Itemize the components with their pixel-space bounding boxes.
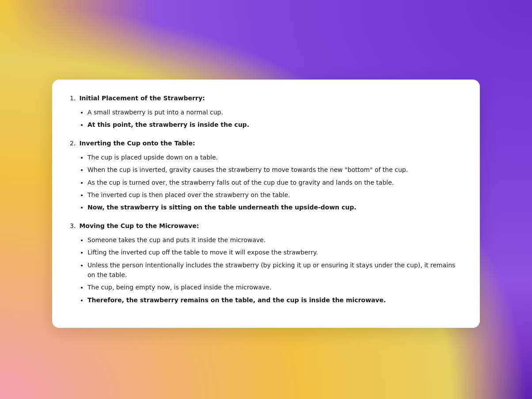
bullet-3-5: Therefore, the strawberry remains on the…: [87, 295, 462, 305]
bullet-3-3: Unless the person intentionally includes…: [87, 260, 462, 280]
main-list: Initial Placement of the Strawberry:A sm…: [70, 94, 462, 305]
sub-list-1: A small strawberry is put into a normal …: [70, 107, 462, 130]
bullet-2-1: The cup is placed upside down on a table…: [87, 152, 462, 162]
bullet-3-2: Lifting the inverted cup off the table t…: [87, 247, 462, 257]
bullet-3-4: The cup, being empty now, is placed insi…: [87, 282, 462, 292]
content-card: Initial Placement of the Strawberry:A sm…: [52, 80, 480, 328]
sub-list-2: The cup is placed upside down on a table…: [70, 152, 462, 213]
section-3: Moving the Cup to the Microwave:Someone …: [70, 221, 462, 305]
section-heading-3: Moving the Cup to the Microwave:: [79, 222, 199, 229]
section-heading-2: Inverting the Cup onto the Table:: [79, 140, 195, 147]
bullet-3-1: Someone takes the cup and puts it inside…: [87, 235, 462, 245]
bullet-1-2: At this point, the strawberry is inside …: [87, 120, 462, 129]
bullet-1-1: A small strawberry is put into a normal …: [87, 107, 462, 117]
sub-list-3: Someone takes the cup and puts it inside…: [70, 235, 462, 305]
section-1: Initial Placement of the Strawberry:A sm…: [70, 94, 462, 130]
bullet-2-5: Now, the strawberry is sitting on the ta…: [87, 202, 462, 212]
bullet-2-3: As the cup is turned over, the strawberr…: [87, 178, 462, 187]
bullet-2-4: The inverted cup is then placed over the…: [87, 190, 462, 200]
section-2: Inverting the Cup onto the Table:The cup…: [70, 139, 462, 213]
bullet-2-2: When the cup is inverted, gravity causes…: [87, 165, 462, 175]
section-heading-1: Initial Placement of the Strawberry:: [79, 95, 205, 102]
